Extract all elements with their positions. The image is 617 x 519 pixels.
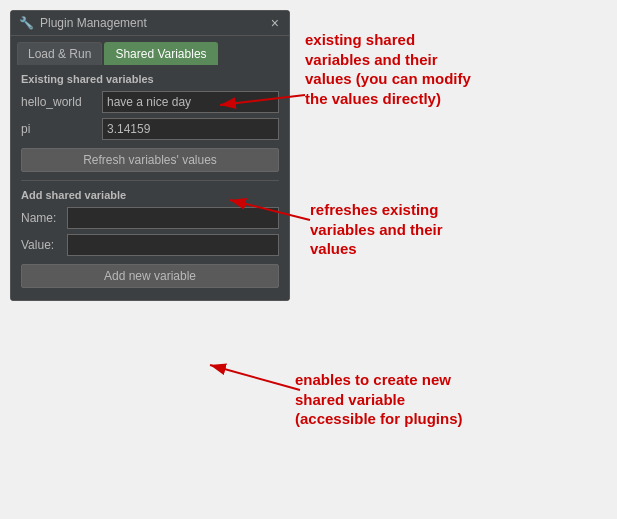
dialog-title: Plugin Management bbox=[40, 16, 147, 30]
existing-vars-label: Existing shared variables bbox=[21, 73, 279, 85]
dialog-body: Existing shared variables hello_world pi… bbox=[11, 65, 289, 300]
tab-load-run[interactable]: Load & Run bbox=[17, 42, 102, 65]
var-name-pi: pi bbox=[21, 122, 96, 136]
variable-row-pi: pi bbox=[21, 118, 279, 140]
value-field-row: Value: bbox=[21, 234, 279, 256]
annotation-refresh: refreshes existingvariables and theirval… bbox=[310, 200, 443, 259]
dialog-titlebar: 🔧 Plugin Management × bbox=[11, 11, 289, 36]
var-name-hello-world: hello_world bbox=[21, 95, 96, 109]
annotation-shared-vars: existing sharedvariables and theirvalues… bbox=[305, 30, 471, 108]
refresh-button[interactable]: Refresh variables' values bbox=[21, 148, 279, 172]
var-input-hello-world[interactable] bbox=[102, 91, 279, 113]
name-label: Name: bbox=[21, 211, 61, 225]
dialog-title-left: 🔧 Plugin Management bbox=[19, 16, 147, 30]
annotation-add-var: enables to create newshared variable(acc… bbox=[295, 370, 463, 429]
svg-line-5 bbox=[210, 365, 300, 390]
add-new-variable-button[interactable]: Add new variable bbox=[21, 264, 279, 288]
tab-shared-variables[interactable]: Shared Variables bbox=[104, 42, 217, 65]
plugin-management-dialog: 🔧 Plugin Management × Load & Run Shared … bbox=[10, 10, 290, 301]
section-divider bbox=[21, 180, 279, 181]
value-input[interactable] bbox=[67, 234, 279, 256]
value-label: Value: bbox=[21, 238, 61, 252]
close-button[interactable]: × bbox=[269, 16, 281, 30]
var-input-pi[interactable] bbox=[102, 118, 279, 140]
tabs-row: Load & Run Shared Variables bbox=[11, 36, 289, 65]
name-field-row: Name: bbox=[21, 207, 279, 229]
variable-row-hello-world: hello_world bbox=[21, 91, 279, 113]
name-input[interactable] bbox=[67, 207, 279, 229]
add-section-label: Add shared variable bbox=[21, 189, 279, 201]
wrench-icon: 🔧 bbox=[19, 16, 34, 30]
